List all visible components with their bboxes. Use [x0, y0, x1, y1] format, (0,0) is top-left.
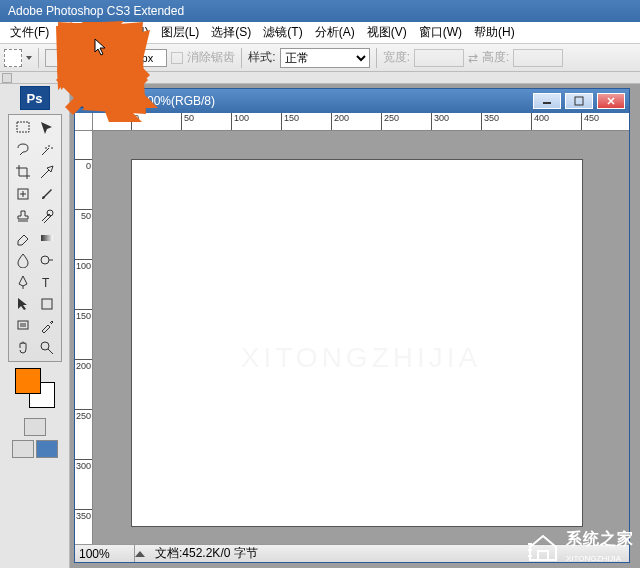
app-title: Adobe Photoshop CS3 Extended: [8, 4, 184, 18]
standard-mode-button[interactable]: [24, 418, 46, 436]
selection-new-icon[interactable]: [45, 49, 63, 67]
pen-tool[interactable]: [11, 271, 35, 293]
antialias-label: 消除锯齿: [187, 49, 235, 66]
menu-view[interactable]: 视图(V): [361, 22, 413, 43]
separator: [91, 48, 92, 68]
screen-mode-row: [12, 440, 58, 458]
path-select-tool[interactable]: [11, 293, 35, 315]
svg-rect-7: [18, 321, 28, 329]
ghost-watermark: XITONGZHIJIA: [241, 342, 481, 374]
screen-mode-standard[interactable]: [12, 440, 34, 458]
menubar: 文件(F) 编辑(E) 图像(I) 图层(L) 选择(S) 滤镜(T) 分析(A…: [0, 22, 640, 44]
eraser-tool[interactable]: [11, 227, 35, 249]
main-area: Ps T: [0, 84, 640, 568]
ruler-corner: [75, 113, 93, 131]
hand-tool[interactable]: [11, 337, 35, 359]
watermark-text: 系统之家: [566, 530, 634, 547]
style-select[interactable]: 正常: [280, 48, 370, 68]
type-tool[interactable]: T: [35, 271, 59, 293]
document-titlebar[interactable]: Ps 示题-1… 00%(RGB/8): [75, 89, 629, 113]
menu-window[interactable]: 窗口(W): [413, 22, 468, 43]
menu-edit[interactable]: 编辑(E): [55, 22, 107, 43]
foreground-color-swatch[interactable]: [15, 368, 41, 394]
menu-select[interactable]: 选择(S): [205, 22, 257, 43]
screen-mode-full[interactable]: [36, 440, 58, 458]
menu-image[interactable]: 图像(I): [107, 22, 154, 43]
width-input: [414, 49, 464, 67]
svg-rect-3: [41, 235, 53, 241]
house-icon: [526, 532, 560, 562]
brush-tool[interactable]: [35, 183, 59, 205]
marquee-tool[interactable]: [11, 117, 35, 139]
watermark: 系统之家 XITONGZHIJIA: [526, 529, 634, 564]
maximize-button[interactable]: [565, 93, 593, 109]
options-bar: 羽化: 消除锯齿 样式: 正常 宽度: ⇄ 高度:: [0, 44, 640, 72]
menu-filter[interactable]: 滤镜(T): [257, 22, 308, 43]
swap-icon: ⇄: [468, 51, 478, 65]
tool-column: Ps T: [0, 84, 70, 568]
feather-label: 羽化:: [98, 49, 125, 66]
lasso-tool[interactable]: [11, 139, 35, 161]
close-button[interactable]: [597, 93, 625, 109]
slice-tool[interactable]: [35, 161, 59, 183]
menu-help[interactable]: 帮助(H): [468, 22, 521, 43]
document-icon: Ps: [79, 94, 93, 108]
quick-mask-row: [24, 418, 46, 436]
document-title: 示题-1… 00%(RGB/8): [97, 93, 215, 110]
width-label: 宽度:: [383, 49, 410, 66]
magic-wand-tool[interactable]: [35, 139, 59, 161]
dodge-tool[interactable]: [35, 249, 59, 271]
menu-layer[interactable]: 图层(L): [155, 22, 206, 43]
ps-logo: Ps: [20, 86, 50, 110]
svg-point-8: [41, 342, 49, 350]
panel-tab[interactable]: [2, 73, 12, 83]
canvas[interactable]: XITONGZHIJIA: [131, 159, 583, 527]
shape-tool[interactable]: [35, 293, 59, 315]
separator: [38, 48, 39, 68]
height-label: 高度:: [482, 49, 509, 66]
move-tool[interactable]: [35, 117, 59, 139]
healing-brush-tool[interactable]: [11, 183, 35, 205]
svg-rect-0: [17, 122, 29, 132]
selection-add-icon[interactable]: [67, 49, 85, 67]
svg-rect-9: [575, 97, 583, 105]
notes-tool[interactable]: [11, 315, 35, 337]
gradient-tool[interactable]: [35, 227, 59, 249]
panel-tab-strip: [0, 72, 640, 84]
minimize-button[interactable]: [533, 93, 561, 109]
height-input: [513, 49, 563, 67]
status-info[interactable]: 文档: 452.2K/0 字节: [149, 545, 264, 562]
app-titlebar: Adobe Photoshop CS3 Extended: [0, 0, 640, 22]
separator: [376, 48, 377, 68]
svg-point-4: [41, 256, 49, 264]
status-menu-icon[interactable]: [135, 551, 145, 557]
dropdown-icon[interactable]: [26, 56, 32, 60]
svg-rect-6: [42, 299, 52, 309]
feather-input[interactable]: [129, 49, 167, 67]
canvas-area[interactable]: XITONGZHIJIA: [93, 131, 629, 544]
document-window: Ps 示题-1… 00%(RGB/8) 05010015020025030035…: [74, 88, 630, 563]
stamp-tool[interactable]: [11, 205, 35, 227]
tool-preset-picker[interactable]: [4, 49, 22, 67]
history-brush-tool[interactable]: [35, 205, 59, 227]
ruler-vertical[interactable]: 050100150200250300350: [75, 131, 93, 544]
eyedropper-tool[interactable]: [35, 315, 59, 337]
antialias-checkbox: [171, 52, 183, 64]
menu-file[interactable]: 文件(F): [4, 22, 55, 43]
style-label: 样式:: [248, 49, 275, 66]
workspace: Ps 示题-1… 00%(RGB/8) 05010015020025030035…: [70, 84, 640, 568]
svg-text:T: T: [42, 276, 50, 290]
menu-analysis[interactable]: 分析(A): [309, 22, 361, 43]
ruler-horizontal[interactable]: 050100150200250300350400450: [93, 113, 629, 131]
zoom-level[interactable]: 100%: [75, 545, 135, 562]
toolbox: T: [8, 114, 62, 362]
blur-tool[interactable]: [11, 249, 35, 271]
separator: [241, 48, 242, 68]
crop-tool[interactable]: [11, 161, 35, 183]
color-swatches[interactable]: [15, 368, 55, 408]
watermark-sub: XITONGZHIJIA: [566, 554, 621, 563]
zoom-tool[interactable]: [35, 337, 59, 359]
